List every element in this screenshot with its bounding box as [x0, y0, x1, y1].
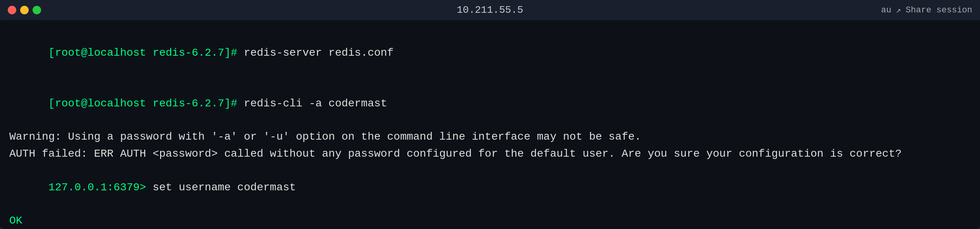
share-session-button[interactable]: Share session: [906, 5, 972, 15]
titlebar: 10.211.55.5 au ↗ Share session: [0, 0, 980, 20]
line-6: OK: [9, 212, 971, 229]
line-3: Warning: Using a password with '-a' or '…: [9, 128, 971, 145]
terminal-body: [root@localhost redis-6.2.7]# redis-serv…: [0, 20, 980, 229]
prompt-1: [root@localhost redis-6.2.7]#: [48, 47, 244, 59]
prompt-5: 127.0.0.1:6379>: [48, 181, 153, 193]
terminal-window: 10.211.55.5 au ↗ Share session [root@loc…: [0, 0, 980, 229]
cmd-5: set username codermast: [153, 181, 296, 193]
minimize-button[interactable]: [20, 6, 29, 14]
maximize-button[interactable]: [33, 6, 41, 14]
titlebar-right: au ↗ Share session: [881, 5, 972, 15]
cmd-1: redis-server redis.conf: [244, 47, 393, 59]
share-session-label: Share session: [906, 5, 972, 15]
prompt-2: [root@localhost redis-6.2.7]#: [48, 97, 244, 109]
line-1: [root@localhost redis-6.2.7]# redis-serv…: [9, 28, 971, 78]
cmd-2: redis-cli -a codermast: [244, 97, 387, 109]
share-icon: ↗: [896, 5, 901, 15]
line-4: AUTH failed: ERR AUTH <password> called …: [9, 145, 971, 162]
window-title: 10.211.55.5: [457, 4, 523, 16]
line-5: 127.0.0.1:6379> set username codermast: [9, 162, 971, 212]
line-2: [root@localhost redis-6.2.7]# redis-cli …: [9, 78, 971, 128]
close-button[interactable]: [8, 6, 16, 14]
traffic-lights: [8, 6, 41, 14]
user-label: au: [881, 5, 891, 15]
